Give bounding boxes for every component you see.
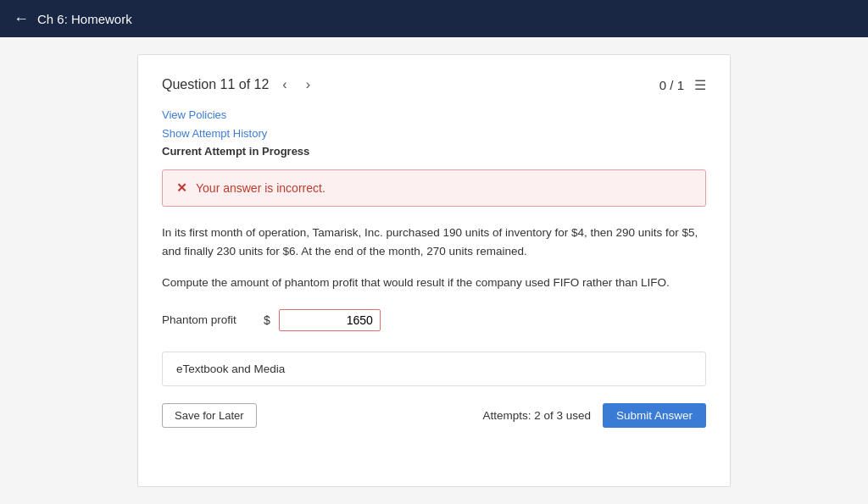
question-container: Question 11 of 12 ‹ › 0 / 1 ☰ View Polic…: [137, 54, 731, 487]
attempt-history-link[interactable]: Show Attempt History: [162, 127, 267, 140]
list-icon[interactable]: ☰: [694, 77, 706, 93]
phantom-profit-input[interactable]: [279, 309, 381, 331]
question-header: Question 11 of 12 ‹ › 0 / 1 ☰: [162, 75, 706, 94]
submit-answer-button[interactable]: Submit Answer: [603, 403, 706, 428]
prev-question-button[interactable]: ‹: [277, 75, 292, 94]
question-number: Question 11 of 12: [162, 77, 269, 92]
phantom-profit-label: Phantom profit: [162, 313, 255, 326]
error-text: Your answer is incorrect.: [196, 181, 326, 195]
dollar-sign: $: [264, 313, 270, 327]
error-icon: ✕: [176, 180, 187, 196]
view-policies-row: View Policies: [162, 108, 706, 121]
view-policies-link[interactable]: View Policies: [162, 108, 226, 121]
bottom-row: Save for Later Attempts: 2 of 3 used Sub…: [162, 403, 706, 428]
next-question-button[interactable]: ›: [301, 75, 315, 94]
save-for-later-button[interactable]: Save for Later: [162, 403, 257, 428]
compute-text: Compute the amount of phantom profit tha…: [162, 274, 706, 292]
input-row: Phantom profit $: [162, 309, 706, 331]
main-content: Question 11 of 12 ‹ › 0 / 1 ☰ View Polic…: [0, 37, 868, 504]
attempt-history-row: Show Attempt History: [162, 126, 706, 140]
top-bar: ← Ch 6: Homework: [0, 0, 868, 37]
etextbook-section[interactable]: eTextbook and Media: [162, 352, 706, 386]
error-box: ✕ Your answer is incorrect.: [162, 169, 706, 207]
right-actions: Attempts: 2 of 3 used Submit Answer: [482, 403, 706, 428]
etextbook-label: eTextbook and Media: [176, 363, 285, 375]
attempts-info: Attempts: 2 of 3 used: [482, 409, 591, 422]
current-attempt-label: Current Attempt in Progress: [162, 145, 706, 158]
question-nav: Question 11 of 12 ‹ ›: [162, 75, 315, 94]
back-arrow[interactable]: ←: [14, 10, 29, 28]
score-value: 0 / 1: [659, 78, 684, 92]
question-text: In its first month of operation, Tamaris…: [162, 224, 706, 260]
score-section: 0 / 1 ☰: [659, 77, 706, 93]
page-title: Ch 6: Homework: [37, 12, 132, 26]
